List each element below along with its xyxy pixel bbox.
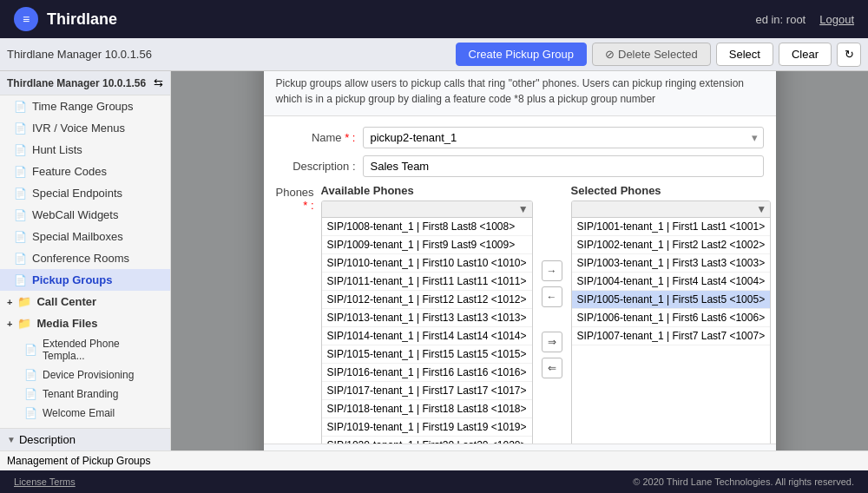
selected-phone-item[interactable]: SIP/1006-tenant_1 | First6 Last6 <1006> — [572, 309, 771, 327]
sidebar-collapse-icon[interactable]: ⇆ — [154, 76, 163, 89]
available-phones-header: Available Phones — [321, 184, 533, 197]
sidebar-item-extended-phone-template[interactable]: 📄 Extended Phone Templa... — [0, 334, 170, 365]
description-input-wrapper — [363, 155, 764, 177]
logged-in-text: ed in: root — [755, 13, 806, 26]
sidebar-item-feature-codes[interactable]: 📄 Feature Codes — [0, 161, 170, 182]
name-input-wrapper: ▾ — [363, 127, 764, 148]
selected-phone-item[interactable]: SIP/1004-tenant_1 | First4 Last4 <1004> — [572, 273, 771, 291]
available-phone-item[interactable]: SIP/1010-tenant_1 | First10 Last10 <1010… — [322, 254, 532, 273]
document-icon: 📄 — [14, 231, 27, 243]
folder-icon: 📁 — [17, 295, 31, 308]
available-phone-item[interactable]: SIP/1014-tenant_1 | First14 Last14 <1014… — [322, 327, 532, 345]
modal-body: Name * : ▾ Description — [264, 116, 776, 444]
sidebar-header: Thirdlane Manager 10.0.1.56 ⇆ — [0, 71, 170, 95]
document-icon: 📄 — [14, 209, 27, 221]
filter-icon[interactable]: ▼ — [756, 203, 766, 215]
available-phone-item[interactable]: SIP/1016-tenant_1 | First16 Last16 <1016… — [322, 364, 532, 382]
available-phone-item[interactable]: SIP/1018-tenant_1 | First18 Last18 <1018… — [322, 400, 532, 418]
sidebar-header-text: Thirdlane Manager 10.0.1.56 — [7, 77, 146, 89]
select-button[interactable]: Select — [716, 43, 773, 66]
refresh-button[interactable]: ↻ — [837, 43, 861, 67]
available-phone-item[interactable]: SIP/1015-tenant_1 | First15 Last15 <1015… — [322, 345, 532, 364]
description-input[interactable] — [371, 160, 756, 173]
move-right-button[interactable]: → — [542, 260, 562, 281]
sidebar-group-media-files[interactable]: + 📁 Media Files — [0, 312, 170, 334]
selected-phones-column: Selected Phones ▼ SIP/1001-tenant_1 | Fi… — [571, 184, 772, 444]
desc-label: Description : — [276, 160, 363, 173]
sidebar-item-device-provisioning[interactable]: 📄 Device Provisioning — [0, 365, 170, 385]
document-icon: 📄 — [24, 407, 37, 419]
topbar-left: ≡ Thirdlane — [14, 7, 117, 31]
available-phones-list-wrapper: ▼ SIP/1008-tenant_1 | First8 Last8 <1008… — [321, 200, 533, 444]
folder-icon: 📁 — [17, 317, 31, 330]
phones-columns: Available Phones ▼ SIP/1008-tenant_1 | F… — [321, 184, 772, 444]
move-all-left-button[interactable]: ⇐ — [542, 358, 562, 378]
available-phones-column: Available Phones ▼ SIP/1008-tenant_1 | F… — [321, 184, 533, 444]
selected-phones-list-wrapper: ▼ SIP/1001-tenant_1 | First1 Last1 <1001… — [571, 200, 772, 444]
name-input[interactable] — [371, 131, 756, 144]
menu-icon[interactable]: ≡ — [14, 7, 38, 31]
document-icon: 📄 — [14, 187, 27, 200]
sidebar-item-tenant-branding[interactable]: 📄 Tenant Branding — [0, 385, 170, 404]
modal-overlay: ☰ Create Pickup Group ✕ Pickup groups al… — [171, 71, 868, 450]
description-row: Description : — [276, 155, 764, 177]
clear-button[interactable]: Clear — [779, 43, 832, 66]
available-phones-list[interactable]: SIP/1008-tenant_1 | First8 Last8 <1008>S… — [322, 218, 532, 444]
move-left-button[interactable]: ← — [542, 286, 562, 307]
selected-phone-item[interactable]: SIP/1007-tenant_1 | First7 Last7 <1007> — [572, 327, 771, 345]
phones-label: Phones * : — [276, 184, 321, 212]
action-bar: Create Pickup Group ⊘ Delete Selected Se… — [456, 43, 861, 67]
available-phone-item[interactable]: SIP/1013-tenant_1 | First13 Last13 <1013… — [322, 309, 532, 327]
license-terms-link[interactable]: License Terms — [14, 477, 76, 487]
create-pickup-group-button[interactable]: Create Pickup Group — [456, 43, 587, 66]
logout-link[interactable]: Logout — [819, 13, 854, 26]
sidebar-item-welcome-email[interactable]: 📄 Welcome Email — [0, 404, 170, 423]
description-row[interactable]: ▼ Description — [0, 428, 170, 450]
sidebar-item-webcall-widgets[interactable]: 📄 WebCall Widgets — [0, 204, 170, 226]
document-icon: 📄 — [24, 388, 37, 400]
copyright-text: © 2020 Third Lane Technologies. All righ… — [633, 477, 854, 487]
selected-phones-toolbar: ▼ — [572, 201, 771, 218]
sidebar-item-conference-rooms[interactable]: 📄 Conference Rooms — [0, 247, 170, 269]
phones-section: Phones * : Available Phones — [276, 184, 764, 433]
document-icon: 📄 — [24, 344, 37, 356]
phones-label-row: Phones * : Available Phones — [276, 184, 764, 444]
chevron-down-icon: ▼ — [7, 435, 16, 444]
selected-phones-list[interactable]: SIP/1001-tenant_1 | First1 Last1 <1001>S… — [572, 218, 771, 444]
sidebar-item-special-endpoints[interactable]: 📄 Special Endpoints — [0, 182, 170, 204]
topbar: ≡ Thirdlane ed in: root Logout — [0, 0, 868, 38]
delete-icon: ⊘ — [605, 48, 615, 61]
delete-selected-button[interactable]: ⊘ Delete Selected — [592, 43, 711, 66]
filter-icon[interactable]: ▼ — [518, 203, 529, 215]
available-phone-item[interactable]: SIP/1020-tenant_1 | First20 Last20 <1020… — [322, 437, 532, 444]
sidebar-item-ivr[interactable]: 📄 IVR / Voice Menus — [0, 117, 170, 139]
selected-phone-item[interactable]: SIP/1003-tenant_1 | First3 Last3 <1003> — [572, 254, 771, 273]
name-label: Name * : — [276, 131, 363, 144]
document-icon: 📄 — [24, 369, 37, 381]
available-phones-toolbar: ▼ — [322, 201, 532, 218]
available-phone-item[interactable]: SIP/1012-tenant_1 | First12 Last12 <1012… — [322, 291, 532, 309]
sidebar-item-hunt-lists[interactable]: 📄 Hunt Lists — [0, 139, 170, 161]
sidebar-item-time-range-groups[interactable]: 📄 Time Range Groups — [0, 95, 170, 117]
selected-phone-item[interactable]: SIP/1001-tenant_1 | First1 Last1 <1001> — [572, 218, 771, 236]
sidebar-item-pickup-groups[interactable]: 📄 Pickup Groups — [0, 269, 170, 291]
selected-phone-item[interactable]: SIP/1005-tenant_1 | First5 Last5 <1005> — [572, 291, 771, 309]
footer-bottom: License Terms © 2020 Third Lane Technolo… — [0, 470, 868, 493]
available-phone-item[interactable]: SIP/1019-tenant_1 | First19 Last19 <1019… — [322, 418, 532, 437]
available-phone-item[interactable]: SIP/1009-tenant_1 | First9 Last9 <1009> — [322, 236, 532, 254]
available-phone-item[interactable]: SIP/1011-tenant_1 | First11 Last11 <1011… — [322, 273, 532, 291]
document-icon: 📄 — [14, 166, 27, 178]
name-row: Name * : ▾ — [276, 127, 764, 148]
selected-phone-item[interactable]: SIP/1002-tenant_1 | First2 Last2 <1002> — [572, 236, 771, 254]
dropdown-icon: ▾ — [752, 131, 758, 144]
phones-transfer-arrows: → ← ⇒ ⇐ — [538, 184, 566, 444]
document-icon: 📄 — [14, 274, 27, 286]
available-phone-item[interactable]: SIP/1008-tenant_1 | First8 Last8 <1008> — [322, 218, 532, 236]
sidebar-item-special-mailboxes[interactable]: 📄 Special Mailboxes — [0, 226, 170, 247]
expand-icon: + — [7, 297, 12, 307]
available-phone-item[interactable]: SIP/1017-tenant_1 | First17 Last17 <1017… — [322, 382, 532, 400]
move-all-right-button[interactable]: ⇒ — [542, 332, 562, 352]
selected-phones-header: Selected Phones — [571, 184, 772, 197]
modal-footer: ☑ Save ↩ Cancel — [264, 444, 776, 451]
sidebar-group-call-center[interactable]: + 📁 Call Center — [0, 291, 170, 312]
